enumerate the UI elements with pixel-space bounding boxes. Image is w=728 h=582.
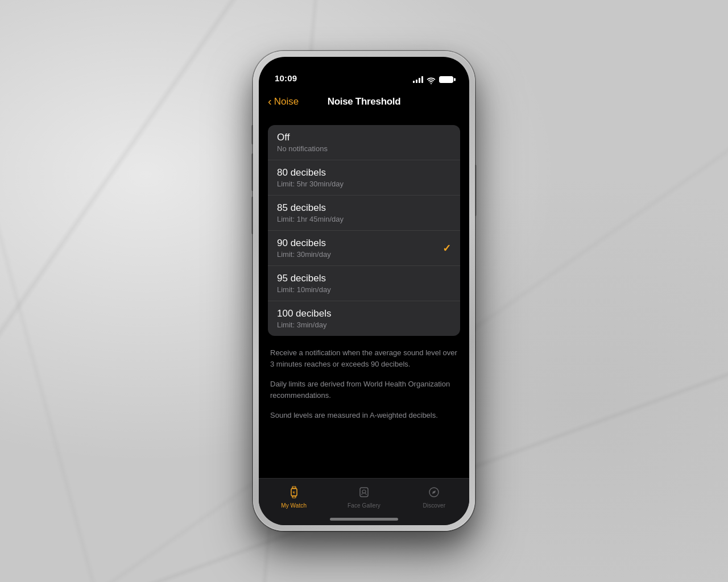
svg-point-11: [433, 492, 435, 493]
tab-face-gallery-label: Face Gallery: [348, 502, 380, 509]
option-95db[interactable]: 95 decibels Limit: 10min/day: [268, 266, 460, 301]
svg-rect-7: [360, 488, 368, 497]
content-area: Off No notifications 80 decibels Limit: …: [259, 116, 469, 525]
signal-bars-icon: [413, 76, 423, 83]
signal-bar-3: [419, 78, 420, 83]
signal-bar-4: [421, 76, 423, 83]
back-label: Noise: [274, 96, 299, 107]
option-90db-text: 90 decibels Limit: 30min/day: [277, 238, 442, 259]
svg-rect-3: [292, 496, 296, 498]
info-section: Receive a notification when the average …: [268, 345, 460, 433]
tab-my-watch-label: My Watch: [281, 502, 307, 509]
option-85db-text: 85 decibels Limit: 1hr 45min/day: [277, 202, 451, 223]
option-80db[interactable]: 80 decibels Limit: 5hr 30min/day: [268, 160, 460, 196]
nav-header: ‹ Noise Noise Threshold: [259, 88, 469, 116]
back-button[interactable]: ‹ Noise: [268, 95, 299, 108]
option-90db[interactable]: 90 decibels Limit: 30min/day ✓: [268, 231, 460, 266]
page-title: Noise Threshold: [328, 96, 401, 107]
tab-my-watch[interactable]: My Watch: [277, 484, 311, 509]
option-off-title: Off: [277, 132, 451, 143]
home-indicator: [330, 518, 398, 521]
tab-face-gallery[interactable]: Face Gallery: [347, 484, 381, 509]
option-100db-subtitle: Limit: 3min/day: [277, 321, 451, 329]
info-text-3: Sound levels are measured in A-weighted …: [270, 410, 458, 421]
option-85db-subtitle: Limit: 1hr 45min/day: [277, 215, 451, 223]
option-100db-title: 100 decibels: [277, 308, 451, 319]
phone-frame: 10:09: [253, 51, 475, 531]
option-90db-subtitle: Limit: 30min/day: [277, 250, 442, 259]
option-95db-title: 95 decibels: [277, 273, 451, 284]
tab-discover-label: Discover: [423, 502, 445, 509]
option-100db[interactable]: 100 decibels Limit: 3min/day: [268, 301, 460, 336]
signal-bar-2: [416, 80, 417, 83]
status-icons: [413, 76, 453, 83]
status-time: 10:09: [275, 73, 297, 83]
options-list: Off No notifications 80 decibels Limit: …: [268, 125, 460, 336]
watch-icon: [286, 484, 302, 500]
option-95db-subtitle: Limit: 10min/day: [277, 285, 451, 294]
face-gallery-icon: [356, 484, 372, 500]
option-85db[interactable]: 85 decibels Limit: 1hr 45min/day: [268, 196, 460, 231]
info-text-1: Receive a notification when the average …: [270, 347, 458, 369]
option-80db-title: 80 decibels: [277, 167, 451, 178]
option-90db-title: 90 decibels: [277, 238, 442, 249]
chevron-left-icon: ‹: [268, 95, 272, 108]
option-95db-text: 95 decibels Limit: 10min/day: [277, 273, 451, 294]
dynamic-island: [330, 64, 398, 83]
wifi-icon: [427, 76, 436, 83]
option-80db-subtitle: Limit: 5hr 30min/day: [277, 180, 451, 188]
discover-icon: [426, 484, 442, 500]
phone-screen: 10:09: [259, 57, 469, 525]
option-off[interactable]: Off No notifications: [268, 125, 460, 160]
svg-point-0: [431, 83, 432, 84]
option-off-subtitle: No notifications: [277, 144, 451, 153]
battery-icon: [439, 76, 453, 83]
info-text-2: Daily limits are derived from World Heal…: [270, 379, 458, 401]
option-off-text: Off No notifications: [277, 132, 451, 153]
selected-checkmark-icon: ✓: [442, 242, 451, 255]
tab-discover[interactable]: Discover: [417, 484, 451, 509]
option-85db-title: 85 decibels: [277, 202, 451, 214]
svg-rect-2: [292, 487, 296, 489]
option-80db-text: 80 decibels Limit: 5hr 30min/day: [277, 167, 451, 188]
signal-bar-1: [413, 81, 415, 83]
option-100db-text: 100 decibels Limit: 3min/day: [277, 308, 451, 329]
